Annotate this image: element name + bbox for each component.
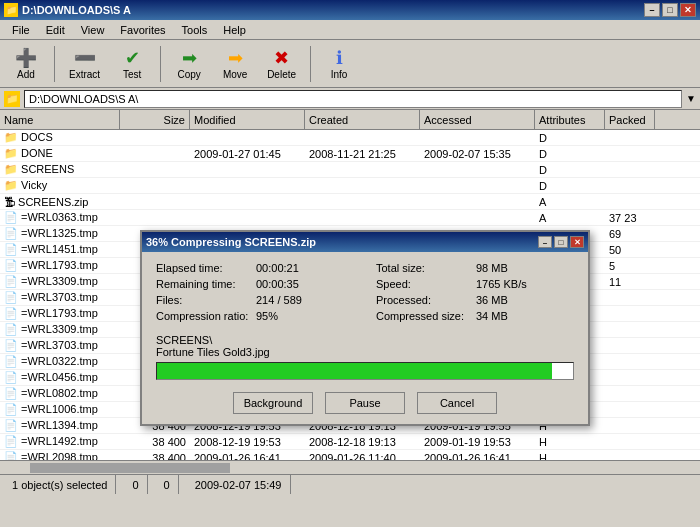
dialog-minimize-button[interactable]: – bbox=[538, 236, 552, 248]
address-bar: 📁 ▼ bbox=[0, 88, 700, 110]
toolbar: ➕ Add ➖ Extract ✔ Test ➡ Copy ➡ Move ✖ D… bbox=[0, 40, 700, 88]
move-label: Move bbox=[223, 69, 247, 80]
address-dropdown-icon[interactable]: ▼ bbox=[686, 93, 696, 104]
window-title: D:\DOWNLOADS\S A bbox=[22, 4, 131, 16]
dialog-content: Elapsed time: 00:00:21 Remaining time: 0… bbox=[142, 252, 588, 424]
delete-button[interactable]: ✖ Delete bbox=[259, 45, 304, 82]
compression-label: Compression ratio: bbox=[156, 310, 256, 322]
remaining-label: Remaining time: bbox=[156, 278, 256, 290]
delete-label: Delete bbox=[267, 69, 296, 80]
elapsed-label: Elapsed time: bbox=[156, 262, 256, 274]
speed-row: Speed: 1765 KB/s bbox=[376, 278, 576, 290]
maximize-button[interactable]: □ bbox=[662, 3, 678, 17]
processed-value: 36 MB bbox=[476, 294, 576, 306]
remaining-value: 00:00:35 bbox=[256, 278, 356, 290]
dialog-title-buttons: – □ ✕ bbox=[538, 236, 584, 248]
current-folder-text: SCREENS\ bbox=[156, 334, 574, 346]
test-button[interactable]: ✔ Test bbox=[110, 45, 154, 82]
window-controls: – □ ✕ bbox=[644, 3, 696, 17]
background-button[interactable]: Background bbox=[233, 392, 313, 414]
menu-bar: File Edit View Favorites Tools Help bbox=[0, 20, 700, 40]
move-icon: ➡ bbox=[228, 47, 243, 69]
menu-help[interactable]: Help bbox=[215, 22, 254, 38]
add-label: Add bbox=[17, 69, 35, 80]
minimize-button[interactable]: – bbox=[644, 3, 660, 17]
progress-dialog: 36% Compressing SCREENS.zip – □ ✕ Elapse… bbox=[140, 230, 590, 426]
info-button[interactable]: ℹ Info bbox=[317, 45, 361, 82]
add-icon: ➕ bbox=[15, 47, 37, 69]
app-icon: 📁 bbox=[4, 3, 18, 17]
address-input[interactable] bbox=[24, 90, 682, 108]
main-area: Name Size Modified Created Accessed Attr… bbox=[0, 110, 700, 507]
extract-label: Extract bbox=[69, 69, 100, 80]
current-folder: SCREENS\ Fortune Tiles Gold3.jpg bbox=[156, 334, 574, 358]
test-icon: ✔ bbox=[125, 47, 140, 69]
menu-favorites[interactable]: Favorites bbox=[112, 22, 173, 38]
remaining-row: Remaining time: 00:00:35 bbox=[156, 278, 356, 290]
title-bar: 📁 D:\DOWNLOADS\S A – □ ✕ bbox=[0, 0, 700, 20]
dialog-col-left: Elapsed time: 00:00:21 Remaining time: 0… bbox=[156, 262, 356, 326]
copy-label: Copy bbox=[177, 69, 200, 80]
dialog-title-text: 36% Compressing SCREENS.zip bbox=[146, 236, 316, 248]
delete-icon: ✖ bbox=[274, 47, 289, 69]
total-size-value: 98 MB bbox=[476, 262, 576, 274]
files-row: Files: 214 / 589 bbox=[156, 294, 356, 306]
add-button[interactable]: ➕ Add bbox=[4, 45, 48, 82]
compression-value: 95% bbox=[256, 310, 356, 322]
copy-icon: ➡ bbox=[182, 47, 197, 69]
menu-edit[interactable]: Edit bbox=[38, 22, 73, 38]
info-icon: ℹ bbox=[336, 47, 343, 69]
total-size-label: Total size: bbox=[376, 262, 476, 274]
dialog-fields: Elapsed time: 00:00:21 Remaining time: 0… bbox=[156, 262, 574, 326]
toolbar-sep-2 bbox=[160, 46, 161, 82]
elapsed-row: Elapsed time: 00:00:21 bbox=[156, 262, 356, 274]
dialog-title-bar: 36% Compressing SCREENS.zip – □ ✕ bbox=[142, 232, 588, 252]
toolbar-sep-1 bbox=[54, 46, 55, 82]
total-size-row: Total size: 98 MB bbox=[376, 262, 576, 274]
move-button[interactable]: ➡ Move bbox=[213, 45, 257, 82]
compressed-value: 34 MB bbox=[476, 310, 576, 322]
extract-icon: ➖ bbox=[74, 47, 96, 69]
dialog-close-button[interactable]: ✕ bbox=[570, 236, 584, 248]
compression-row: Compression ratio: 95% bbox=[156, 310, 356, 322]
menu-tools[interactable]: Tools bbox=[174, 22, 216, 38]
copy-button[interactable]: ➡ Copy bbox=[167, 45, 211, 82]
address-folder-icon: 📁 bbox=[4, 91, 20, 107]
close-button[interactable]: ✕ bbox=[680, 3, 696, 17]
menu-view[interactable]: View bbox=[73, 22, 113, 38]
progress-bar-container bbox=[156, 362, 574, 380]
pause-button[interactable]: Pause bbox=[325, 392, 405, 414]
processed-label: Processed: bbox=[376, 294, 476, 306]
dialog-buttons: Background Pause Cancel bbox=[156, 392, 574, 414]
compressed-label: Compressed size: bbox=[376, 310, 476, 322]
files-value: 214 / 589 bbox=[256, 294, 356, 306]
extract-button[interactable]: ➖ Extract bbox=[61, 45, 108, 82]
info-label: Info bbox=[331, 69, 348, 80]
current-file-text: Fortune Tiles Gold3.jpg bbox=[156, 346, 574, 358]
progress-bar bbox=[157, 363, 552, 379]
files-label: Files: bbox=[156, 294, 256, 306]
dialog-overlay: 36% Compressing SCREENS.zip – □ ✕ Elapse… bbox=[0, 110, 700, 507]
toolbar-sep-3 bbox=[310, 46, 311, 82]
dialog-col-right: Total size: 98 MB Speed: 1765 KB/s Proce… bbox=[376, 262, 576, 326]
test-label: Test bbox=[123, 69, 141, 80]
dialog-maximize-button[interactable]: □ bbox=[554, 236, 568, 248]
menu-file[interactable]: File bbox=[4, 22, 38, 38]
speed-label: Speed: bbox=[376, 278, 476, 290]
compressed-row: Compressed size: 34 MB bbox=[376, 310, 576, 322]
speed-value: 1765 KB/s bbox=[476, 278, 576, 290]
elapsed-value: 00:00:21 bbox=[256, 262, 356, 274]
processed-row: Processed: 36 MB bbox=[376, 294, 576, 306]
cancel-button[interactable]: Cancel bbox=[417, 392, 497, 414]
